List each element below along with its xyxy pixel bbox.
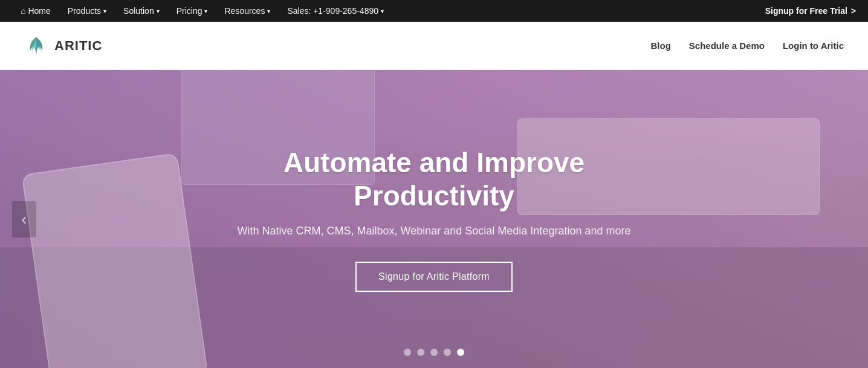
signup-trial-button[interactable]: Signup for Free Trial > xyxy=(765,6,856,16)
hero-dot-3[interactable] xyxy=(444,349,451,356)
hero-dot-0[interactable] xyxy=(404,349,411,356)
pricing-chevron-icon: ▾ xyxy=(204,8,207,15)
signup-trial-arrow-icon: > xyxy=(851,6,856,16)
hero-content: Automate and Improve Productivity With N… xyxy=(192,146,676,292)
pricing-nav-item[interactable]: Pricing ▾ xyxy=(168,0,216,22)
top-nav: ⌂ Home Products ▾ Solution ▾ Pricing ▾ R… xyxy=(0,0,868,22)
hero-section: ‹ Automate and Improve Productivity With… xyxy=(0,70,868,368)
products-chevron-icon: ▾ xyxy=(103,8,106,15)
products-nav-item[interactable]: Products ▾ xyxy=(59,0,115,22)
secondary-nav-links: Blog Schedule a Demo Login to Aritic xyxy=(651,40,844,51)
prev-arrow-icon: ‹ xyxy=(21,210,27,229)
home-icon: ⌂ xyxy=(21,6,25,16)
signup-trial-label: Signup for Free Trial xyxy=(765,6,847,16)
hero-dot-2[interactable] xyxy=(430,349,438,356)
resources-nav-item[interactable]: Resources ▾ xyxy=(216,0,279,22)
hero-dot-4[interactable] xyxy=(457,349,464,356)
sales-phone-label: Sales: +1-909-265-4890 xyxy=(287,6,378,16)
resources-label: Resources xyxy=(224,6,265,16)
home-label: Home xyxy=(28,6,50,16)
blog-link[interactable]: Blog xyxy=(651,40,671,51)
hero-title: Automate and Improve Productivity xyxy=(204,146,664,213)
sales-chevron-icon: ▾ xyxy=(381,8,384,15)
solution-label: Solution xyxy=(123,6,154,16)
hero-dot-1[interactable] xyxy=(417,349,424,356)
home-nav-item[interactable]: ⌂ Home xyxy=(12,0,59,22)
hero-prev-button[interactable]: ‹ xyxy=(12,201,36,237)
hero-cta-button[interactable]: Signup for Aritic Platform xyxy=(355,262,513,292)
resources-chevron-icon: ▾ xyxy=(267,8,270,15)
login-link[interactable]: Login to Aritic xyxy=(783,40,844,51)
logo-text: ARITIC xyxy=(54,38,102,54)
schedule-demo-link[interactable]: Schedule a Demo xyxy=(689,40,765,51)
sales-phone: Sales: +1-909-265-4890 ▾ xyxy=(279,0,392,22)
solution-chevron-icon: ▾ xyxy=(157,8,160,15)
hero-dots xyxy=(404,349,464,356)
pricing-label: Pricing xyxy=(177,6,202,16)
secondary-nav: ARITIC Blog Schedule a Demo Login to Ari… xyxy=(0,22,868,70)
hero-subtitle: With Native CRM, CMS, Mailbox, Webinar a… xyxy=(204,225,664,237)
products-label: Products xyxy=(68,6,101,16)
aritic-logo-icon xyxy=(24,34,48,58)
solution-nav-item[interactable]: Solution ▾ xyxy=(115,0,168,22)
logo-area[interactable]: ARITIC xyxy=(24,34,102,58)
